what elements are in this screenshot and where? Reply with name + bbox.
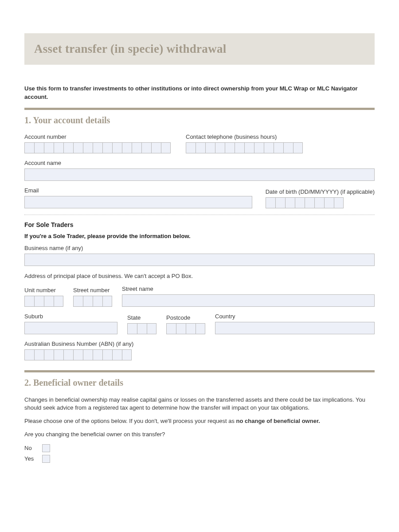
postcode-input[interactable]: [166, 323, 205, 334]
account-name-label: Account name: [24, 160, 375, 166]
abn-label: Australian Business Number (ABN) (if any…: [24, 340, 375, 347]
dob-input[interactable]: [266, 197, 375, 208]
unit-number-input[interactable]: [24, 296, 63, 307]
account-name-field: Account name: [24, 160, 375, 181]
street-number-input[interactable]: [73, 296, 112, 307]
contact-phone-field: Contact telephone (business hours): [186, 133, 303, 153]
street-number-label: Street number: [73, 287, 112, 293]
street-name-field: Street name: [122, 286, 375, 307]
account-name-input[interactable]: [24, 168, 375, 181]
form-header: Asset transfer (in specie) withdrawal: [24, 33, 375, 65]
account-number-input[interactable]: [24, 142, 171, 153]
section-divider: [24, 108, 375, 110]
section2-para1: Changes in beneficial ownership may real…: [24, 396, 375, 412]
option-yes-label: Yes: [24, 455, 37, 462]
section-divider: [24, 370, 375, 372]
abn-input[interactable]: [24, 349, 375, 360]
option-yes-row: Yes: [24, 455, 375, 463]
section2-para2b: no change of beneficial owner.: [236, 418, 320, 424]
contact-phone-label: Contact telephone (business hours): [186, 133, 303, 140]
suburb-input[interactable]: [24, 322, 117, 334]
form-title: Asset transfer (in specie) withdrawal: [34, 42, 365, 56]
dob-field: Date of birth (DD/MM/YYYY) (if applicabl…: [266, 188, 375, 208]
country-field: Country: [215, 313, 375, 334]
account-number-label: Account number: [24, 133, 171, 140]
section2-para2a: Please choose one of the options below. …: [24, 418, 236, 424]
street-name-input[interactable]: [122, 294, 375, 307]
sole-traders-instruction: If you're a Sole Trader, please provide …: [24, 233, 375, 239]
address-note: Address of principal place of business. …: [24, 272, 375, 280]
street-name-label: Street name: [122, 286, 375, 292]
section1-title: 1. Your account details: [24, 115, 375, 125]
form-intro: Use this form to transfer investments to…: [24, 85, 375, 102]
email-label: Email: [24, 187, 252, 194]
section2-title: 2. Beneficial owner details: [24, 378, 375, 388]
option-no-row: No: [24, 444, 375, 452]
dob-label: Date of birth (DD/MM/YYYY) (if applicabl…: [266, 188, 375, 195]
section2-para2: Please choose one of the options below. …: [24, 417, 375, 425]
business-name-label: Business name (if any): [24, 245, 375, 251]
option-no-checkbox[interactable]: [42, 444, 50, 452]
business-name-field: Business name (if any): [24, 245, 375, 266]
country-label: Country: [215, 313, 375, 320]
country-input[interactable]: [215, 322, 375, 334]
unit-number-label: Unit number: [24, 287, 63, 293]
unit-number-field: Unit number: [24, 287, 63, 307]
state-label: State: [127, 314, 156, 321]
email-field: Email: [24, 187, 252, 208]
option-yes-checkbox[interactable]: [42, 455, 50, 463]
suburb-field: Suburb: [24, 313, 117, 334]
dotted-divider: [24, 215, 375, 215]
abn-field: Australian Business Number (ABN) (if any…: [24, 340, 375, 360]
email-input[interactable]: [24, 196, 252, 208]
street-number-field: Street number: [73, 287, 112, 307]
state-field: State: [127, 314, 156, 334]
business-name-input[interactable]: [24, 254, 375, 266]
option-no-label: No: [24, 445, 37, 451]
state-input[interactable]: [127, 323, 156, 334]
postcode-field: Postcode: [166, 314, 205, 334]
account-number-field: Account number: [24, 133, 171, 153]
sole-traders-heading: For Sole Traders: [24, 221, 375, 228]
postcode-label: Postcode: [166, 314, 205, 321]
section2-question: Are you changing the beneficial owner on…: [24, 430, 375, 438]
suburb-label: Suburb: [24, 313, 117, 320]
contact-phone-input[interactable]: [186, 142, 303, 153]
